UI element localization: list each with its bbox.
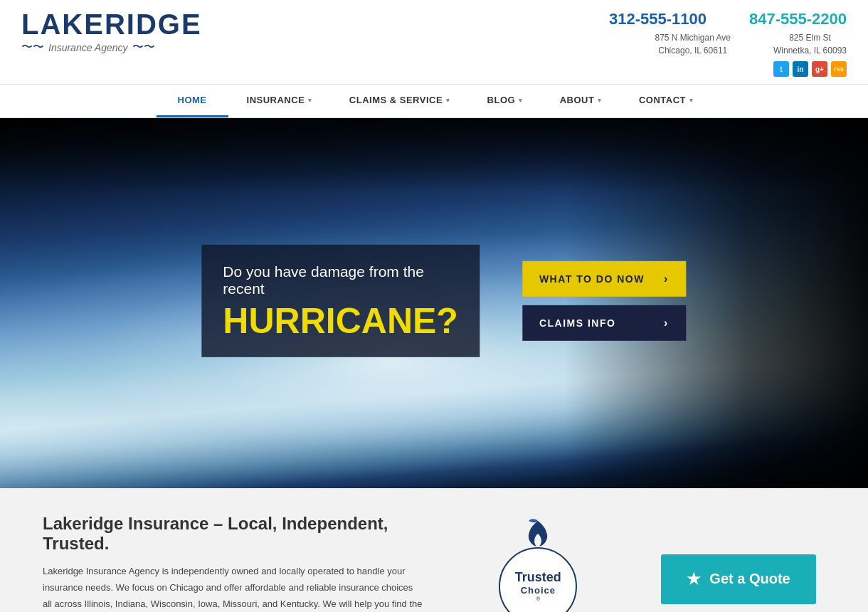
rss-icon[interactable]: rss bbox=[831, 61, 847, 77]
google-icon[interactable]: g+ bbox=[812, 61, 827, 77]
address1: 875 N Michigan Ave Chicago, IL 60611 bbox=[655, 31, 731, 57]
trusted-choice-area: Trusted Choice ® Read Our Pledge bbox=[460, 515, 617, 612]
hero-text-box: Do you have damage from the recent HURRI… bbox=[201, 245, 480, 357]
hero-line2: HURRICANE? bbox=[223, 303, 458, 339]
claims-info-button[interactable]: CLAIMS INFO › bbox=[522, 305, 686, 341]
nav-claims[interactable]: CLAIMS & SERVICE ▾ bbox=[331, 85, 469, 117]
logo-sub: Insurance Agency bbox=[48, 42, 128, 53]
nav-contact-arrow: ▾ bbox=[689, 97, 694, 104]
nav-blog[interactable]: BLOG ▾ bbox=[469, 85, 541, 117]
bottom-title: Lakeridge Insurance – Local, Independent… bbox=[43, 514, 425, 554]
phone1[interactable]: 312-555-1100 bbox=[609, 10, 706, 28]
logo-wave-right: 〜〜 bbox=[132, 40, 155, 55]
hero-buttons: WHAT TO DO NOW › CLAIMS INFO › bbox=[522, 261, 686, 341]
contact-info: 312-555-1100 847-555-2200 875 N Michigan… bbox=[609, 10, 847, 77]
address1-line2: Chicago, IL 60611 bbox=[655, 44, 731, 57]
trusted-choice-logo: Trusted Choice ® bbox=[499, 515, 577, 612]
logo-wave-left: 〜〜 bbox=[21, 40, 44, 55]
quote-area: ★ Get a Quote bbox=[652, 554, 825, 604]
trusted-registered: ® bbox=[536, 596, 540, 602]
bottom-section: Lakeridge Insurance – Local, Independent… bbox=[0, 488, 868, 612]
header: LAKERIDGE 〜〜 Insurance Agency 〜〜 312-555… bbox=[0, 0, 868, 118]
hero-line1: Do you have damage from the recent bbox=[223, 263, 458, 297]
bottom-text: Lakeridge Insurance – Local, Independent… bbox=[43, 514, 425, 612]
hero-section: Do you have damage from the recent HURRI… bbox=[0, 118, 868, 488]
hero-content: Do you have damage from the recent HURRI… bbox=[201, 245, 686, 357]
phone2[interactable]: 847-555-2200 bbox=[749, 10, 847, 28]
nav-claims-arrow: ▾ bbox=[446, 97, 450, 104]
nav-home[interactable]: HOME bbox=[157, 85, 228, 117]
bottom-body: Lakeridge Insurance Agency is independen… bbox=[43, 564, 425, 612]
get-quote-button[interactable]: ★ Get a Quote bbox=[661, 554, 815, 604]
address2-line1: 825 Elm St bbox=[773, 31, 847, 44]
address2-line2: Winnetka, IL 60093 bbox=[773, 44, 847, 57]
logo[interactable]: LAKERIDGE 〜〜 Insurance Agency 〜〜 bbox=[21, 10, 202, 55]
quote-star-icon: ★ bbox=[687, 570, 701, 589]
main-nav: HOME INSURANCE ▾ CLAIMS & SERVICE ▾ BLOG… bbox=[0, 84, 868, 117]
nav-about-arrow: ▾ bbox=[598, 97, 602, 104]
trusted-choice-text: Choice bbox=[521, 585, 556, 596]
nav-blog-arrow: ▾ bbox=[519, 97, 523, 104]
trusted-name-text: Trusted bbox=[515, 571, 561, 585]
nav-contact[interactable]: CONTACT ▾ bbox=[620, 85, 712, 117]
nav-insurance-arrow: ▾ bbox=[308, 97, 312, 104]
what-arrow-icon: › bbox=[664, 273, 669, 285]
trusted-bird-icon bbox=[519, 515, 558, 554]
twitter-icon[interactable]: t bbox=[773, 61, 789, 77]
address2: 825 Elm St Winnetka, IL 60093 bbox=[773, 31, 847, 57]
linkedin-icon[interactable]: in bbox=[793, 61, 808, 77]
nav-insurance[interactable]: INSURANCE ▾ bbox=[228, 85, 331, 117]
what-to-do-button[interactable]: WHAT TO DO NOW › bbox=[522, 261, 686, 297]
claims-arrow-icon: › bbox=[664, 317, 669, 329]
address1-line1: 875 N Michigan Ave bbox=[655, 31, 731, 44]
trusted-circle: Trusted Choice ® bbox=[499, 547, 577, 612]
logo-name: LAKERIDGE bbox=[21, 10, 202, 38]
nav-about[interactable]: ABOUT ▾ bbox=[541, 85, 620, 117]
